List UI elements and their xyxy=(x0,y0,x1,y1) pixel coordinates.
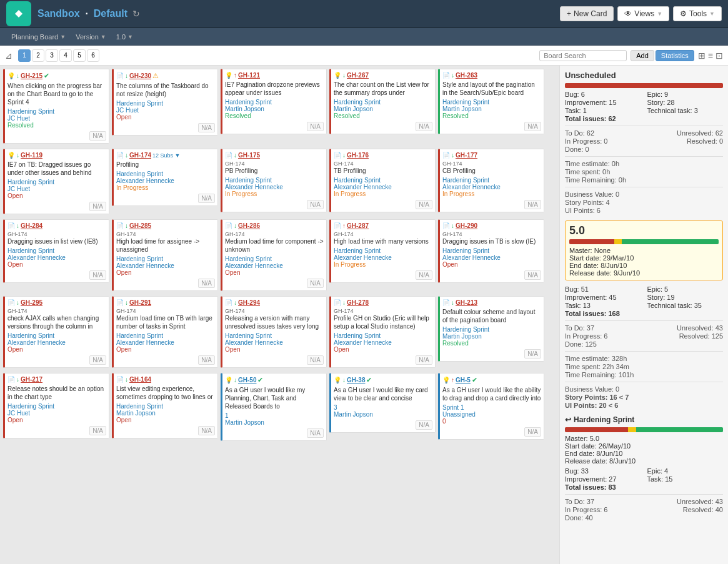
card-177-status: In Progress xyxy=(442,190,541,197)
card-213-id[interactable]: GH-213 xyxy=(456,299,477,306)
filter-icon[interactable]: ⊿ xyxy=(5,51,12,61)
card-290-id[interactable]: GH-290 xyxy=(456,222,477,229)
version-nav[interactable]: Version ▼ xyxy=(71,33,111,41)
layout-icon-1[interactable]: ⊞ xyxy=(698,51,706,61)
card-267-id[interactable]: GH-267 xyxy=(347,72,369,79)
card-287-sub: GH-174 xyxy=(334,231,432,237)
card-290-sprint[interactable]: Hardening Sprint xyxy=(442,247,541,254)
card-gh38: 💡 ↓ GH-38 ✔ As a GH user I would like my… xyxy=(329,373,436,433)
card-217-status: Open xyxy=(7,417,106,423)
card-176-id[interactable]: GH-176 xyxy=(347,152,369,159)
card-119-sprint[interactable]: Hardening Sprint xyxy=(7,179,106,186)
card-295-id[interactable]: GH-295 xyxy=(21,299,42,306)
version-value-nav[interactable]: 1.0 ▼ xyxy=(111,33,138,41)
card-230-sprint[interactable]: Hardening Sprint xyxy=(116,100,215,107)
card-291-sprint[interactable]: Hardening Sprint xyxy=(116,332,215,339)
s50-task: Task: 13 xyxy=(565,302,641,309)
col4-3: 📄 ↓ GH-294 GH-174 Releasing a version wi… xyxy=(221,296,327,370)
card-217-sprint[interactable]: Hardening Sprint xyxy=(7,403,106,410)
card-121-sprint[interactable]: Hardening Sprint xyxy=(225,99,324,106)
card-5-sprint[interactable]: Sprint 1 xyxy=(442,404,541,411)
nav-label: Planning Board xyxy=(11,33,58,41)
card-213-sprint[interactable]: Hardening Sprint xyxy=(442,326,541,333)
hardening-release: Release date: 8/Jun/10 xyxy=(565,457,723,465)
card-174a-id[interactable]: GH-174 xyxy=(129,152,151,159)
column-1: 💡 ↓ GH-215 ✔ When clicking on the progre… xyxy=(3,69,109,146)
card-286-sprint[interactable]: Hardening Sprint xyxy=(225,255,324,262)
card-5-id[interactable]: GH-5 xyxy=(456,377,471,383)
card-263-id[interactable]: GH-263 xyxy=(456,72,477,79)
layout-icon-2[interactable]: ≡ xyxy=(708,51,713,61)
card-230-id[interactable]: GH-230 xyxy=(129,72,151,79)
hs-todo: To Do: 37 xyxy=(565,498,594,505)
card-50-id[interactable]: GH-50 xyxy=(238,377,256,383)
card-119-person: JC Huet xyxy=(7,186,106,192)
card-284-id[interactable]: GH-284 xyxy=(21,222,42,229)
card-267-sprint[interactable]: Hardening Sprint xyxy=(334,99,432,106)
statistics-button[interactable]: Statistics xyxy=(656,50,694,61)
card-121-id[interactable]: GH-121 xyxy=(238,72,260,79)
card-285-sprint[interactable]: Hardening Sprint xyxy=(116,255,215,262)
s50-resolved: Resolved: 125 xyxy=(679,332,723,340)
page-1-btn[interactable]: 1 xyxy=(18,49,31,62)
card-284-title: Dragging issues in list view (IE8) xyxy=(7,237,106,245)
page-3-btn[interactable]: 3 xyxy=(46,49,58,62)
card-217-id[interactable]: GH-217 xyxy=(21,376,42,383)
card-119-id[interactable]: GH-119 xyxy=(21,152,42,159)
card-286-id[interactable]: GH-286 xyxy=(238,222,260,229)
card-175-sub: GH-174 xyxy=(225,161,324,167)
card-174a-priority-icon: ↓ xyxy=(125,152,128,159)
card-164-status: Open xyxy=(116,417,215,423)
card-294-sprint[interactable]: Hardening Sprint xyxy=(225,332,324,339)
card-294-id[interactable]: GH-294 xyxy=(238,299,260,306)
board-search-input[interactable] xyxy=(539,50,627,61)
page-5-btn[interactable]: 5 xyxy=(73,49,86,62)
card-175-id[interactable]: GH-175 xyxy=(238,152,260,159)
card-174a-sprint[interactable]: Hardening Sprint xyxy=(116,171,215,177)
unch-sp-label: Story Points: 4 xyxy=(565,199,610,206)
page-4-btn[interactable]: 4 xyxy=(59,49,72,62)
add-button[interactable]: Add xyxy=(631,50,654,61)
card-295-sprint[interactable]: Hardening Sprint xyxy=(7,332,106,339)
tools-button[interactable]: ⚙ Tools ▼ xyxy=(673,6,722,21)
card-287-sprint[interactable]: Hardening Sprint xyxy=(334,247,432,254)
s50-bv-v: Business Value: 0 xyxy=(565,385,619,393)
new-card-button[interactable]: + New Card xyxy=(560,6,614,21)
card-291-id[interactable]: GH-291 xyxy=(129,299,151,306)
card-38-sprint[interactable]: 3 xyxy=(334,404,432,411)
views-button[interactable]: 👁 Views ▼ xyxy=(617,6,669,21)
page-6-btn[interactable]: 6 xyxy=(87,49,99,62)
card-38-id[interactable]: GH-38 xyxy=(347,377,365,383)
card-285-id[interactable]: GH-285 xyxy=(129,222,151,229)
card-38-title: As a GH user I would like my card view t… xyxy=(334,386,432,402)
card-50-sprint[interactable]: 1 xyxy=(225,412,324,419)
version-value: 1.0 xyxy=(116,33,126,41)
page-2-btn[interactable]: 2 xyxy=(32,49,44,62)
card-263-sprint[interactable]: Hardening Sprint xyxy=(442,99,541,106)
card-gh287: 📄 ↑ GH-287 GH-174 High load time with ma… xyxy=(329,219,436,283)
card-164-id[interactable]: GH-164 xyxy=(129,376,151,383)
planning-board-nav[interactable]: Planning Board ▼ xyxy=(6,33,71,41)
unscheduled-progress-bar xyxy=(565,83,723,88)
card-284-sprint[interactable]: Hardening Sprint xyxy=(7,247,106,254)
card-215-id[interactable]: GH-215 xyxy=(21,72,42,79)
card-177-id[interactable]: GH-177 xyxy=(456,152,477,159)
card-278-id[interactable]: GH-278 xyxy=(347,299,369,306)
card-174a-subs[interactable]: 12 Subs ▼ xyxy=(152,152,180,159)
card-175-sprint[interactable]: Hardening Sprint xyxy=(225,177,324,184)
card-295-na: N/A xyxy=(89,355,106,365)
card-177-sprint[interactable]: Hardening Sprint xyxy=(442,177,541,184)
card-176-sprint[interactable]: Hardening Sprint xyxy=(334,177,432,184)
card-291-type-icon: 📄 xyxy=(116,299,124,306)
card-177-na: N/A xyxy=(524,200,541,209)
card-284-priority-icon: ↓ xyxy=(16,222,19,229)
card-287-id[interactable]: GH-287 xyxy=(347,222,369,229)
board-row-1: 💡 ↓ GH-215 ✔ When clicking on the progre… xyxy=(3,69,556,146)
layout-icon-3[interactable]: ⊡ xyxy=(716,51,723,61)
unch-time-est: Time estimate: 0h xyxy=(565,160,723,167)
card-217-type-icon: 📄 xyxy=(7,376,15,383)
refresh-icon[interactable]: ↻ xyxy=(132,9,140,19)
card-164-sprint[interactable]: Hardening Sprint xyxy=(116,403,215,410)
card-278-sprint[interactable]: Hardening Sprint xyxy=(334,332,432,339)
card-215-sprint[interactable]: Hardening Sprint xyxy=(7,108,106,115)
